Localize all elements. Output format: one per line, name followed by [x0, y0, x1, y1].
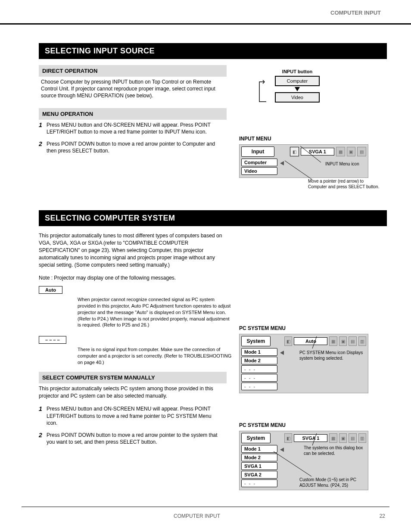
- direct-operation-body: Choose Computer by pressing INPUT button…: [41, 78, 226, 100]
- auto-mode-label: Auto: [39, 286, 62, 294]
- input-menu-icon[interactable]: ◧: [290, 147, 299, 156]
- menu-title-input: Input: [241, 146, 274, 157]
- manual-step-number-1: 1: [39, 405, 47, 432]
- menu-item[interactable]: Mode 2: [241, 454, 277, 461]
- svg-line-1: [285, 161, 312, 180]
- menu-title-system-2: System: [241, 433, 271, 443]
- pc-system-menu-1: PC SYSTEM MENU System ◧ Auto ▦ ▣ ▤ ▥ Mod…: [239, 325, 368, 393]
- menu-tab-icon[interactable]: ▣: [339, 433, 347, 443]
- menu-tab-icon[interactable]: ▦: [329, 336, 337, 346]
- menu-item-empty: - - -: [241, 374, 277, 382]
- input-menu-label: INPUT MENU: [239, 136, 368, 142]
- pc-system-menu-1-heading: PC SYSTEM MENU: [239, 325, 368, 331]
- menu-step-2: Press POINT DOWN button to move a red ar…: [47, 140, 223, 154]
- section-title-input-source: SELECTING INPUT SOURCE: [39, 43, 387, 59]
- footer-rule: [22, 507, 389, 507]
- arrow-down-icon: [295, 87, 300, 91]
- callout-input-icon: INPUT Menu icon: [325, 162, 373, 167]
- header-rule: [0, 21, 411, 25]
- menu-item[interactable]: Mode 1: [241, 348, 277, 356]
- menu-item-video[interactable]: Video: [241, 167, 277, 175]
- footer-title: COMPUTER INPUT: [26, 513, 368, 519]
- menu-tab-icon[interactable]: ▦: [329, 433, 337, 443]
- svg-line-3: [312, 433, 317, 445]
- step-number-1: 1: [39, 121, 47, 140]
- section-title-computer-system: SELECTING COMPUTER SYSTEM: [39, 210, 387, 226]
- direct-operation-heading: DIRECT OPERATION: [39, 65, 227, 77]
- menu-item[interactable]: Mode 2: [241, 357, 277, 364]
- loop-arrow-icon: [258, 80, 267, 103]
- callout-custom-mode: Custom Mode (1~5) set in PC ADJUST Menu.…: [299, 477, 373, 488]
- page: COMPUTER INPUT SELECTING INPUT SOURCE DI…: [0, 0, 411, 532]
- header-category: COMPUTER INPUT: [330, 9, 381, 16]
- input-menu-diagram: INPUT MENU Input ◧ SVGA 1 ▦ ▣ ▤ Computer…: [239, 136, 368, 178]
- manual-step-1: Press MENU button and ON-SCREEN MENU wil…: [47, 405, 223, 426]
- menu-tab-icon[interactable]: ▥: [358, 433, 366, 443]
- svg-line-2: [312, 336, 317, 348]
- menu-tab-icon-1[interactable]: ▦: [336, 147, 345, 156]
- page-number: 22: [380, 513, 385, 519]
- callout-system-icon: PC SYSTEM Menu icon Displays system bein…: [299, 350, 373, 361]
- menu-tab-icon[interactable]: ▣: [339, 336, 347, 346]
- manual-select-intro: This projector automatically selects PC …: [39, 385, 228, 400]
- flow-computer: Computer: [275, 76, 320, 86]
- pc-system-panel-1: System ◧ Auto ▦ ▣ ▤ ▥ Mode 1 Mode 2 - - …: [239, 334, 368, 393]
- manual-step-2: Press POINT DOWN button to move a red ar…: [47, 432, 223, 445]
- callout-move-pointer: Move a pointer (red arrow) to Computer a…: [308, 179, 381, 190]
- menu-item[interactable]: SVGA 1: [241, 462, 277, 470]
- callout-line: [273, 451, 316, 481]
- menu-tab-icon[interactable]: ▥: [358, 336, 366, 346]
- input-button-flow: INPUT button Computer Video: [258, 69, 336, 103]
- menu-step-1: Press MENU button and ON-SCREEN MENU wil…: [47, 121, 223, 135]
- menu-tab-icon[interactable]: ▤: [349, 433, 356, 443]
- menu-item-empty: - - -: [241, 365, 277, 373]
- step-number-2: 2: [39, 140, 47, 154]
- svg-line-4: [274, 451, 311, 476]
- menu-item[interactable]: SVGA 2: [241, 471, 277, 479]
- menu-title-system-1: System: [241, 336, 271, 346]
- system-note-intro: Note : Projector may display one of the …: [39, 274, 228, 282]
- menu-tab-icon-2[interactable]: ▣: [347, 147, 356, 156]
- input-button-label: INPUT button: [258, 69, 336, 74]
- pc-system-menu-2: PC SYSTEM MENU System ◧ SVGA 1 ▦ ▣ ▤ ▥ M…: [239, 422, 368, 490]
- auto-mode-body: When projector cannot recognize connecte…: [78, 296, 233, 328]
- system-intro: This projector automatically tunes to mo…: [39, 232, 228, 268]
- flow-video: Video: [275, 92, 320, 103]
- callout-line: [311, 336, 324, 351]
- menu-operation-heading: MENU OPERATION: [39, 108, 227, 120]
- menu-item-empty: - - -: [241, 479, 277, 487]
- pc-system-menu-2-heading: PC SYSTEM MENU: [239, 422, 368, 428]
- manual-step-number-2: 2: [39, 432, 47, 445]
- menu-tab-icon[interactable]: ◧: [284, 433, 292, 443]
- menu-item-computer[interactable]: Computer: [241, 159, 277, 166]
- pointer-arrow-icon: [280, 351, 284, 355]
- menu-tab-icon[interactable]: ◧: [284, 336, 292, 346]
- menu-tab-icon[interactable]: ▤: [349, 336, 356, 346]
- menu-item-empty: - - -: [241, 383, 277, 390]
- manual-select-heading: SELECT COMPUTER SYSTEM MANUALLY: [39, 372, 227, 383]
- menu-item[interactable]: Mode 1: [241, 445, 277, 453]
- menu-tab-icon-3[interactable]: ▤: [357, 147, 366, 156]
- no-signal-label: – – – –: [39, 336, 66, 344]
- no-signal-body: There is no signal input from computer. …: [78, 346, 233, 366]
